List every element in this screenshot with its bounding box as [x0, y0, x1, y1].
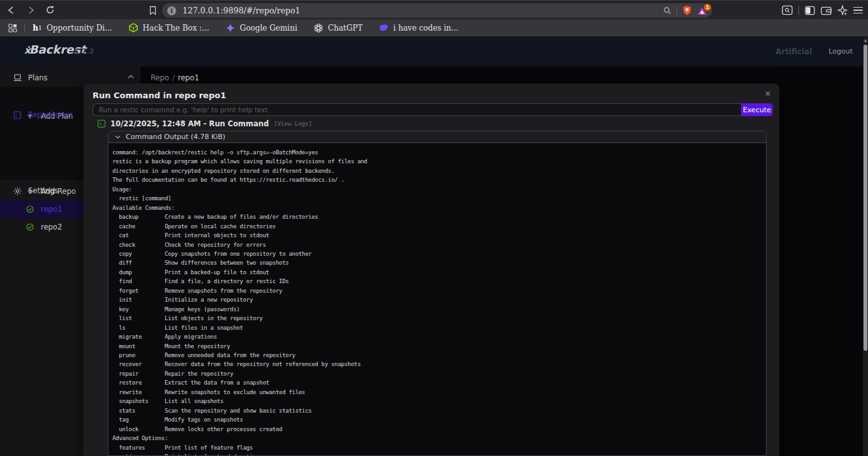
back-icon: [7, 6, 16, 15]
bookmark-label: Opportunity Di...: [47, 24, 112, 33]
back-button[interactable]: [4, 3, 19, 18]
divider: [24, 24, 25, 33]
terminal-icon: >_: [98, 120, 105, 128]
laptop-icon: [13, 74, 22, 82]
bookmark-icon: [149, 6, 157, 15]
rewards-badge: 1: [704, 4, 711, 11]
bookmark-hackthebox[interactable]: Hack The Box :...: [129, 23, 209, 33]
bookmark-chatgpt[interactable]: ChatGPT: [314, 23, 363, 33]
command-output-panel: Command Output (4.78 KiB) command: /opt/…: [108, 131, 767, 456]
bookmarks-bar: h1 Opportunity Di... Hack The Box :... G…: [0, 19, 868, 36]
chevron-down-icon: [115, 135, 121, 139]
repositories-label: Repositories: [28, 110, 73, 119]
view-logs-link[interactable]: [View Logs]: [274, 121, 312, 127]
repo2-label: repo2: [41, 223, 62, 232]
breadcrumb: Repo/repo1: [151, 73, 199, 82]
page-scrollbar[interactable]: ▲: [863, 36, 868, 456]
breadcrumb-section[interactable]: Repo: [151, 73, 169, 82]
command-output-header[interactable]: Command Output (4.78 KiB): [108, 131, 766, 143]
app-version: 1.7.2: [74, 47, 94, 55]
chevron-up-icon[interactable]: [128, 75, 134, 79]
split-view-icon[interactable]: [805, 6, 815, 15]
leo-ai-sparkle-icon[interactable]: [837, 5, 848, 15]
deepseek-whale-icon: [379, 23, 389, 33]
reload-button[interactable]: [42, 3, 57, 18]
site-info-icon[interactable]: i: [167, 6, 176, 15]
url-text[interactable]: 127.0.0.1:9898/#/repo/repo1: [183, 6, 663, 15]
gemini-star-icon: [226, 23, 236, 33]
plans-label: Plans: [28, 73, 47, 82]
bookmark-this-page-button[interactable]: [146, 3, 160, 17]
modal-title: Run Command in repo repo1: [93, 91, 226, 100]
address-bar[interactable]: i 127.0.0.1:9898/#/repo/repo1 1: [162, 3, 712, 18]
openai-knot-icon: [314, 23, 324, 33]
breadcrumb-current: repo1: [178, 73, 199, 82]
check-circle-icon: [26, 205, 34, 213]
divider: [798, 6, 799, 15]
bookmark-label: Hack The Box :...: [143, 24, 209, 33]
command-output-text: command: /opt/backrest/restic help -o sf…: [108, 143, 766, 456]
scrollbar-thumb[interactable]: [864, 45, 867, 351]
output-header-label: Command Output (4.78 KiB): [126, 133, 225, 141]
command-output-body[interactable]: command: /opt/backrest/restic help -o sf…: [108, 143, 766, 455]
browser-toolbar: i 127.0.0.1:9898/#/repo/repo1 1: [0, 0, 868, 19]
divider: [677, 6, 677, 15]
repo1-label: repo1: [41, 205, 62, 214]
bookmark-gemini[interactable]: Google Gemini: [226, 23, 297, 33]
gear-icon: [13, 187, 22, 195]
logout-link[interactable]: Logout: [828, 47, 853, 55]
forward-icon: [26, 6, 35, 15]
menu-button[interactable]: [853, 7, 863, 14]
forward-button[interactable]: [23, 3, 38, 18]
hackerone-icon: h1: [33, 23, 42, 33]
username-label: Artificial: [775, 47, 812, 56]
database-icon: [13, 111, 22, 119]
hackthebox-cube-icon: [129, 23, 138, 33]
brave-shield-icon[interactable]: [682, 5, 692, 16]
settings-label: Settings: [28, 186, 58, 195]
bookmark-opportunity[interactable]: h1 Opportunity Di...: [33, 23, 112, 33]
execute-button[interactable]: Execute: [741, 103, 773, 116]
bookmark-label: ChatGPT: [328, 24, 363, 33]
reload-icon: [45, 5, 55, 15]
tab-groups-button[interactable]: [5, 20, 20, 36]
wallet-icon[interactable]: [821, 6, 832, 15]
bookmark-label: Google Gemini: [240, 24, 297, 33]
check-circle-icon: [26, 223, 34, 231]
close-icon[interactable]: ✕: [763, 89, 773, 99]
sidebar-search-icon[interactable]: [782, 5, 793, 15]
operation-log-row: >_ 10/22/2025, 12:48 AM - Run Command [V…: [98, 119, 312, 129]
bookmark-i-have-codes[interactable]: i have codes in...: [379, 23, 458, 33]
operation-title: 10/22/2025, 12:48 AM - Run Command: [110, 119, 269, 128]
command-input[interactable]: [93, 103, 741, 116]
bookmark-label: i have codes in...: [393, 24, 458, 33]
brave-rewards-button[interactable]: 1: [697, 6, 707, 15]
grid-icon: [8, 24, 17, 33]
scroll-up-arrow[interactable]: ▲: [863, 38, 868, 42]
search-icon[interactable]: [663, 6, 671, 15]
run-command-modal: Run Command in repo repo1 ✕ Execute >_ 1…: [84, 84, 779, 456]
backrest-header: ẋBackrest 1.7.2 Artificial Logout: [0, 36, 868, 66]
